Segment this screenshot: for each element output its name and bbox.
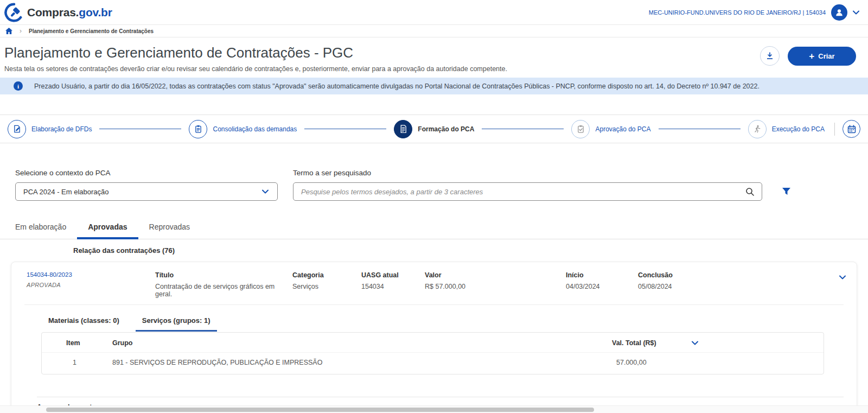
tab-em-elaboracao[interactable]: Em elaboração — [4, 217, 77, 239]
horizontal-scrollbar-thumb[interactable] — [46, 408, 594, 412]
progress-stepper: Elaboração de DFDs Consolidação das dema… — [0, 115, 868, 143]
gavel-circle-icon — [4, 3, 24, 22]
categoria-value: Serviços — [292, 283, 361, 290]
row-val-total: 57.000,00 — [612, 359, 824, 366]
uasg-label: UASG atual — [361, 271, 425, 279]
pca-context-select[interactable]: PCA 2024 - Em elaboração — [15, 182, 278, 201]
calendar-icon — [847, 125, 856, 134]
divider — [37, 397, 844, 397]
tab-aprovadas[interactable]: Aprovadas — [77, 217, 138, 239]
row-grupo: 891 - SERVIÇOS DE REPRODUÇÃO, PUBLICAÇÃO… — [112, 359, 612, 366]
stepper-connector — [304, 129, 386, 129]
plus-icon: + — [809, 52, 814, 61]
user-avatar[interactable] — [831, 4, 847, 21]
edit-document-icon — [8, 120, 26, 138]
breadcrumb: › Planejamento e Gerenciamento de Contra… — [0, 24, 868, 37]
servicos-table-header: Item Grupo Val. Total (R$) — [42, 339, 824, 353]
page-subtitle: Nesta tela os setores de contratações de… — [4, 65, 507, 73]
titulo-label: Título — [155, 271, 292, 279]
search-label: Termo a ser pesquisado — [293, 169, 762, 177]
sort-chevron-icon[interactable] — [692, 341, 698, 345]
search-icon[interactable] — [745, 187, 754, 196]
step-consolidacao-demandas[interactable]: Consolidação das demandas — [189, 120, 297, 138]
status-badge: APROVADA — [27, 282, 155, 288]
row-collapse-chevron-icon[interactable] — [839, 275, 846, 279]
filter-funnel-icon[interactable] — [782, 187, 791, 196]
page-header: Planejamento e Gerenciamento de Contrata… — [0, 37, 868, 73]
create-button-label: Criar — [818, 52, 834, 60]
calendar-button[interactable] — [843, 120, 860, 138]
subtab-materiais[interactable]: Materiais (classes: 0) — [42, 316, 126, 332]
info-icon: i — [14, 81, 23, 91]
divider — [24, 304, 844, 305]
info-banner: i Prezado Usuário, a partir do dia 16/05… — [0, 78, 868, 94]
inicio-label: Início — [566, 271, 638, 279]
header-item: Item — [66, 339, 112, 347]
stepper-connector — [659, 129, 741, 129]
chevron-down-icon — [262, 189, 269, 194]
header-val-total: Val. Total (R$) — [612, 339, 656, 347]
contratacao-card: 154034-80/2023 APROVADA Título Contrataç… — [11, 262, 857, 411]
conclusao-label: Conclusão — [638, 271, 824, 279]
clipboard-icon — [189, 120, 207, 138]
step-aprovacao-pca[interactable]: Aprovação do PCA — [571, 120, 650, 138]
inicio-value: 04/03/2024 — [566, 283, 638, 290]
user-menu-chevron-icon[interactable] — [853, 10, 859, 15]
breadcrumb-item[interactable]: Planejamento e Gerenciamento de Contrata… — [29, 28, 154, 34]
runner-icon — [748, 120, 767, 138]
contratacao-row: 154034-80/2023 APROVADA Título Contrataç… — [11, 262, 857, 304]
org-unit-label: MEC-UNIRIO-FUND.UNIVERS DO RIO DE JANEIR… — [649, 9, 826, 16]
search-input[interactable] — [301, 188, 745, 196]
download-icon — [765, 52, 774, 60]
breadcrumb-separator: › — [20, 27, 22, 35]
app-header: Compras.gov.br MEC-UNIRIO-FUND.UNIVERS D… — [0, 0, 868, 24]
filters-section: Selecione o contexto do PCA PCA 2024 - E… — [0, 169, 868, 201]
row-item: 1 — [66, 359, 112, 366]
context-select-label: Selecione o contexto do PCA — [15, 169, 278, 177]
status-tabs: Em elaboração Aprovadas Reprovadas — [0, 217, 868, 239]
page-title: Planejamento e Gerenciamento de Contrata… — [4, 45, 507, 61]
info-banner-text: Prezado Usuário, a partir do dia 16/05/2… — [34, 82, 760, 90]
list-title: Relação das contratações (76) — [73, 246, 868, 255]
categoria-label: Categoria — [292, 271, 361, 279]
tab-reprovadas[interactable]: Reprovadas — [138, 217, 201, 239]
stepper-connector — [99, 129, 181, 129]
subtab-servicos[interactable]: Serviços (grupos: 1) — [136, 316, 217, 332]
contratacao-id-link[interactable]: 154034-80/2023 — [27, 271, 155, 278]
uasg-value: 154034 — [361, 283, 425, 290]
servicos-table: Item Grupo Val. Total (R$) 1 891 - SERVI… — [41, 332, 824, 374]
step-execucao-pca[interactable]: Execução do PCA — [748, 120, 825, 138]
valor-value: R$ 57.000,00 — [425, 283, 566, 290]
document-icon — [394, 120, 412, 138]
download-button[interactable] — [760, 46, 780, 66]
titulo-value: Contratação de de serviços gráficos em g… — [155, 283, 292, 298]
step-elaboracao-dfds[interactable]: Elaboração de DFDs — [8, 120, 92, 138]
vertical-divider — [834, 123, 835, 136]
logo-text: Compras.gov.br — [27, 6, 112, 19]
header-grupo: Grupo — [112, 339, 612, 347]
pca-context-value: PCA 2024 - Em elaboração — [23, 188, 109, 196]
table-row: 1 891 - SERVIÇOS DE REPRODUÇÃO, PUBLICAÇ… — [42, 353, 824, 366]
person-icon — [834, 8, 844, 17]
home-icon[interactable] — [5, 28, 12, 34]
horizontal-scrollbar — [0, 405, 868, 413]
stepper-connector — [482, 129, 564, 129]
compras-gov-logo[interactable]: Compras.gov.br — [4, 3, 112, 22]
step-formacao-pca[interactable]: Formação do PCA — [394, 120, 474, 138]
valor-label: Valor — [425, 271, 566, 279]
item-type-subtabs: Materiais (classes: 0) Serviços (grupos:… — [42, 316, 857, 332]
create-button[interactable]: + Criar — [788, 47, 856, 66]
check-clipboard-icon — [571, 120, 590, 138]
conclusao-value: 05/08/2024 — [638, 283, 824, 290]
